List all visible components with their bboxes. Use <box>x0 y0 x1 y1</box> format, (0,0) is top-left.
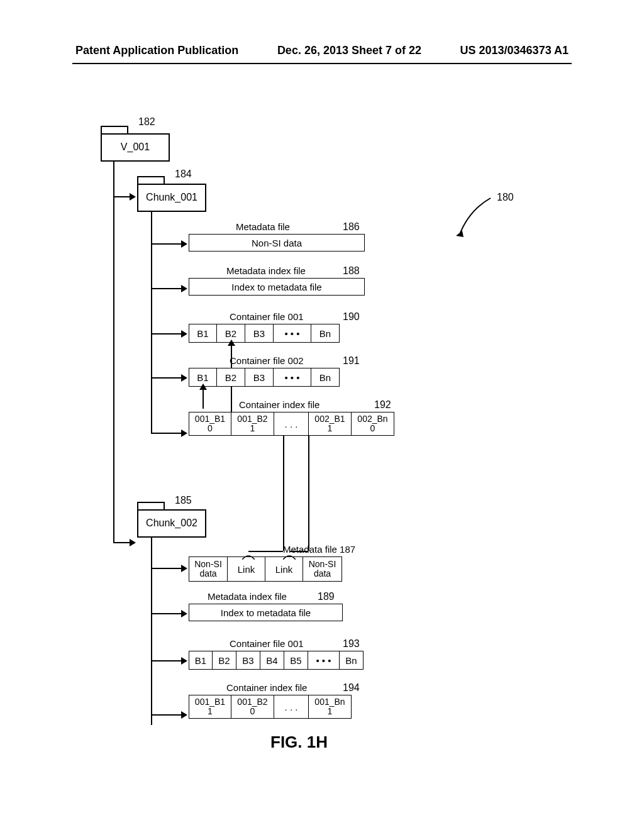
ref-193: 193 <box>343 638 360 650</box>
page-header: Patent Application Publication Dec. 26, … <box>0 44 644 57</box>
row-metadata-187: Non-SIdata Link Link Non-SIdata <box>189 556 342 582</box>
ref-191: 191 <box>343 355 360 367</box>
label-container-193: Container file 001 <box>230 638 304 649</box>
cell-001-bn: 001_Bn1 <box>309 695 352 719</box>
uparrow-190-b2 <box>231 345 232 354</box>
uparrow-191-b1 <box>203 389 204 398</box>
cell-b1: B1 <box>189 651 213 670</box>
cell-002-bn: 002_Bn0 <box>352 412 394 436</box>
ref-188: 188 <box>343 265 360 277</box>
ref-190: 190 <box>343 311 360 323</box>
cell-nonsi-1: Non-SIdata <box>189 556 228 582</box>
curve-link2 <box>283 551 296 562</box>
folder-chunk001-label: Chunk_001 <box>146 192 197 202</box>
svg-marker-0 <box>456 231 464 237</box>
cell-dots: • • • <box>308 651 340 670</box>
cell-b1: B1 <box>189 324 217 343</box>
metadata-186-content: Non-SI data <box>252 238 302 248</box>
row-container-191: B1 B2 B3 • • • Bn <box>189 368 340 387</box>
box-metadata-index-189: Index to metadata file <box>189 604 343 621</box>
ref-184: 184 <box>175 169 192 180</box>
label-container-index-192: Container index file <box>239 399 319 410</box>
cell-b4: B4 <box>260 651 284 670</box>
vline-191 <box>203 398 204 409</box>
folder-chunk002-label: Chunk_002 <box>146 517 197 528</box>
folder-v001: V_001 <box>101 133 170 162</box>
header-left: Patent Application Publication <box>75 44 238 57</box>
ref-192: 192 <box>374 399 391 411</box>
cell-b3: B3 <box>236 651 260 670</box>
ref-185: 185 <box>175 495 192 506</box>
ref-186: 186 <box>343 221 360 233</box>
header-right: US 2013/0346373 A1 <box>460 44 569 57</box>
label-container-190: Container file 001 <box>230 311 304 322</box>
label-container-index-194: Container index file <box>226 682 307 693</box>
cell-dots: • • • <box>274 368 311 387</box>
link-192-to-187-a <box>283 436 284 551</box>
cell-b3: B3 <box>245 368 274 387</box>
metadata-index-189-content: Index to metadata file <box>221 607 311 618</box>
row-container-index-194: 001_B11 001_B20 . . . 001_Bn1 <box>189 695 352 719</box>
cell-bn: Bn <box>340 651 364 670</box>
ref-194: 194 <box>343 682 360 694</box>
h-connect-a <box>248 551 283 552</box>
cell-bn: Bn <box>311 324 340 343</box>
h-connect-b <box>289 551 308 552</box>
folder-chunk001: Chunk_001 <box>137 184 206 212</box>
row-container-index-192: 001_B10 001_B21 . . . 002_B11 002_Bn0 <box>189 412 394 436</box>
row-container-190: B1 B2 B3 • • • Bn <box>189 324 340 343</box>
folder-chunk002: Chunk_002 <box>137 509 206 538</box>
label-metadata-index-189: Metadata index file <box>208 591 287 602</box>
cell-nonsi-2: Non-SIdata <box>303 556 342 582</box>
curve-link1 <box>242 551 255 562</box>
cell-001-b2: 001_B21 <box>231 412 274 436</box>
trunk-main <box>113 162 114 542</box>
figure-label: FIG. 1H <box>270 733 328 752</box>
label-metadata-file-186: Metadata file <box>236 221 290 232</box>
box-metadata-186: Non-SI data <box>189 234 365 252</box>
cell-001-b2: 001_B20 <box>231 695 274 719</box>
header-rule <box>72 63 572 64</box>
cell-dots: . . . <box>274 412 309 436</box>
header-center: Dec. 26, 2013 Sheet 7 of 22 <box>277 44 421 57</box>
cell-001-b1: 001_B10 <box>189 412 231 436</box>
cell-b2: B2 <box>213 651 236 670</box>
link-192-to-187-b <box>308 436 309 551</box>
cell-b2: B2 <box>217 368 245 387</box>
ref-182: 182 <box>138 116 155 128</box>
ref-189: 189 <box>318 591 335 602</box>
cell-b3: B3 <box>245 324 274 343</box>
cell-dots: • • • <box>274 324 311 343</box>
folder-v001-label: V_001 <box>121 141 150 152</box>
metadata-index-188-content: Index to metadata file <box>231 282 321 292</box>
cell-001-b1: 001_B11 <box>189 695 231 719</box>
cell-bn: Bn <box>311 368 340 387</box>
label-container-191: Container file 002 <box>230 355 304 366</box>
cell-b5: B5 <box>284 651 308 670</box>
leader-180 <box>456 198 494 242</box>
box-metadata-index-188: Index to metadata file <box>189 278 365 296</box>
ref-180: 180 <box>497 192 514 203</box>
label-metadata-index-188: Metadata index file <box>226 265 306 276</box>
cell-dots: . . . <box>274 695 309 719</box>
row-container-193: B1 B2 B3 B4 B5 • • • Bn <box>189 651 364 670</box>
cell-002-b1: 002_B11 <box>309 412 352 436</box>
